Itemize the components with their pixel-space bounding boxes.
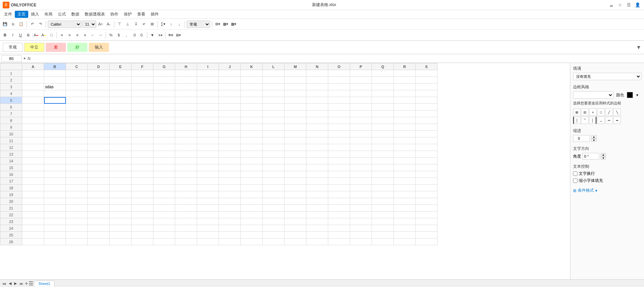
cell-A1[interactable] [22, 70, 44, 77]
cell-N9[interactable] [306, 124, 328, 131]
cell-B22[interactable] [44, 212, 66, 218]
cell-S2[interactable] [416, 77, 438, 84]
cell-M13[interactable] [285, 151, 306, 158]
cell-A7[interactable] [22, 110, 44, 117]
cell-L2[interactable] [263, 77, 285, 84]
cell-I22[interactable] [197, 212, 219, 218]
cell-G2[interactable] [153, 77, 175, 84]
cell-J8[interactable] [219, 117, 241, 124]
cell-G17[interactable] [153, 178, 175, 185]
cell-M24[interactable] [285, 225, 306, 232]
undo-button[interactable]: ↶ [29, 21, 36, 28]
thousands-button[interactable]: , [123, 31, 130, 39]
cell-J19[interactable] [219, 191, 241, 198]
cell-I16[interactable] [197, 171, 219, 178]
cell-L9[interactable] [263, 124, 285, 131]
cell-B21[interactable] [44, 205, 66, 212]
cell-F17[interactable] [131, 178, 153, 185]
cell-P19[interactable] [350, 191, 372, 198]
border-btn-inner[interactable]: ⊟ [581, 108, 589, 116]
cell-P18[interactable] [350, 185, 372, 191]
cell-R14[interactable] [394, 158, 416, 164]
menu-file[interactable]: 文件 [1, 11, 15, 18]
cell-N3[interactable] [306, 84, 328, 90]
cell-O23[interactable] [328, 218, 350, 225]
cell-E9[interactable] [110, 124, 131, 131]
cell-P21[interactable] [350, 205, 372, 212]
cell-Q22[interactable] [372, 212, 394, 218]
cell-B24[interactable] [44, 225, 66, 232]
cell-J6[interactable] [219, 104, 241, 110]
cell-P3[interactable] [350, 84, 372, 90]
cell-G4[interactable] [153, 90, 175, 97]
decimal-less-button[interactable]: 0. [138, 31, 146, 39]
cell-Q17[interactable] [372, 178, 394, 185]
cell-G16[interactable] [153, 171, 175, 178]
col-header-N[interactable]: N [306, 63, 328, 70]
cell-S24[interactable] [416, 225, 438, 232]
font-family-select[interactable]: Calibri [48, 21, 81, 28]
cell-N12[interactable] [306, 144, 328, 151]
menu-collab[interactable]: 协作 [108, 11, 121, 18]
cell-F12[interactable] [131, 144, 153, 151]
cell-E15[interactable] [110, 164, 131, 171]
cell-Q3[interactable] [372, 84, 394, 90]
row-header-25[interactable]: 25 [0, 232, 22, 238]
cell-S22[interactable] [416, 212, 438, 218]
cell-N15[interactable] [306, 164, 328, 171]
style-bad[interactable]: 差 [46, 43, 66, 52]
menu-data[interactable]: 数据 [69, 11, 82, 18]
cell-H10[interactable] [175, 131, 197, 137]
cell-O7[interactable] [328, 110, 350, 117]
cell-M16[interactable] [285, 171, 306, 178]
cell-H14[interactable] [175, 158, 197, 164]
cell-K21[interactable] [241, 205, 263, 212]
cell-D9[interactable] [88, 124, 110, 131]
cell-K22[interactable] [241, 212, 263, 218]
cell-M3[interactable] [285, 84, 306, 90]
cell-N4[interactable] [306, 90, 328, 97]
cell-F22[interactable] [131, 212, 153, 218]
cell-G18[interactable] [153, 185, 175, 191]
cell-C9[interactable] [66, 124, 88, 131]
cell-H9[interactable] [175, 124, 197, 131]
fill-select[interactable]: 没有填充 [573, 73, 641, 80]
cell-S15[interactable] [416, 164, 438, 171]
cell-P20[interactable] [350, 198, 372, 205]
cell-O19[interactable] [328, 191, 350, 198]
cell-M20[interactable] [285, 198, 306, 205]
cell-Q4[interactable] [372, 90, 394, 97]
cell-S5[interactable] [416, 97, 438, 104]
cell-D13[interactable] [88, 151, 110, 158]
cell-D25[interactable] [88, 232, 110, 238]
col-header-P[interactable]: P [350, 63, 372, 70]
cell-O6[interactable] [328, 104, 350, 110]
cell-H25[interactable] [175, 232, 197, 238]
cell-M6[interactable] [285, 104, 306, 110]
cell-R3[interactable] [394, 84, 416, 90]
row-header-22[interactable]: 22 [0, 212, 22, 218]
cell-B6[interactable] [44, 104, 66, 110]
cell-B25[interactable] [44, 232, 66, 238]
cell-I11[interactable] [197, 137, 219, 144]
border-btn-diag1[interactable]: ╱ [605, 108, 613, 116]
menu-button[interactable]: ☰ [625, 1, 633, 9]
cell-J14[interactable] [219, 158, 241, 164]
cell-I3[interactable] [197, 84, 219, 90]
border-btn-outer[interactable]: ⊞ [573, 108, 580, 116]
col-header-O[interactable]: O [328, 63, 350, 70]
menu-layout[interactable]: 布局 [42, 11, 55, 18]
cell-J15[interactable] [219, 164, 241, 171]
cell-M26[interactable] [285, 238, 306, 245]
cell-O26[interactable] [328, 238, 350, 245]
cell-M1[interactable] [285, 70, 306, 77]
cell-P12[interactable] [350, 144, 372, 151]
cell-E17[interactable] [110, 178, 131, 185]
cell-G3[interactable] [153, 84, 175, 90]
cell-J18[interactable] [219, 185, 241, 191]
cell-B26[interactable] [44, 238, 66, 245]
cell-B9[interactable] [44, 124, 66, 131]
cell-J16[interactable] [219, 171, 241, 178]
cell-J13[interactable] [219, 151, 241, 158]
number-format-select[interactable]: 常规 [187, 21, 210, 28]
